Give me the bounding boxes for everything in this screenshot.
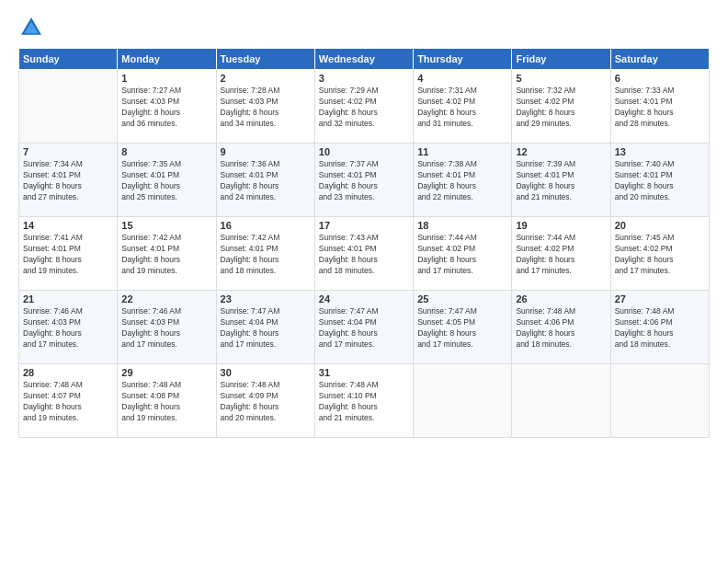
- cell-details: Sunrise: 7:28 AM Sunset: 4:03 PM Dayligh…: [221, 86, 311, 130]
- week-row-3: 14Sunrise: 7:41 AM Sunset: 4:01 PM Dayli…: [19, 217, 710, 291]
- logo: [18, 15, 50, 40]
- cell-details: Sunrise: 7:47 AM Sunset: 4:04 PM Dayligh…: [319, 306, 409, 350]
- weekday-header-tuesday: Tuesday: [216, 49, 314, 70]
- day-number: 30: [221, 367, 311, 378]
- calendar-cell: 25Sunrise: 7:47 AM Sunset: 4:05 PM Dayli…: [414, 291, 512, 364]
- cell-details: Sunrise: 7:45 AM Sunset: 4:02 PM Dayligh…: [615, 233, 705, 277]
- cell-details: Sunrise: 7:48 AM Sunset: 4:08 PM Dayligh…: [121, 380, 211, 424]
- day-number: 25: [417, 293, 507, 304]
- calendar-cell: 17Sunrise: 7:43 AM Sunset: 4:01 PM Dayli…: [314, 217, 413, 291]
- logo-icon: [18, 15, 44, 40]
- cell-details: Sunrise: 7:33 AM Sunset: 4:01 PM Dayligh…: [615, 86, 705, 130]
- calendar-cell: 20Sunrise: 7:45 AM Sunset: 4:02 PM Dayli…: [610, 217, 709, 291]
- day-number: 27: [615, 293, 705, 304]
- cell-details: Sunrise: 7:37 AM Sunset: 4:01 PM Dayligh…: [319, 159, 409, 203]
- weekday-header-wednesday: Wednesday: [314, 49, 413, 70]
- cell-details: Sunrise: 7:27 AM Sunset: 4:03 PM Dayligh…: [121, 86, 211, 130]
- day-number: 24: [319, 293, 409, 304]
- calendar-cell: [19, 70, 118, 144]
- cell-details: Sunrise: 7:43 AM Sunset: 4:01 PM Dayligh…: [319, 233, 409, 277]
- calendar-cell: 24Sunrise: 7:47 AM Sunset: 4:04 PM Dayli…: [314, 291, 413, 364]
- day-number: 14: [23, 220, 113, 231]
- day-number: 17: [319, 220, 409, 231]
- day-number: 12: [516, 146, 606, 157]
- day-number: 16: [221, 220, 311, 231]
- calendar-cell: 30Sunrise: 7:48 AM Sunset: 4:09 PM Dayli…: [216, 364, 314, 438]
- weekday-header-friday: Friday: [512, 49, 610, 70]
- cell-details: Sunrise: 7:40 AM Sunset: 4:01 PM Dayligh…: [615, 159, 705, 203]
- cell-details: Sunrise: 7:39 AM Sunset: 4:01 PM Dayligh…: [516, 159, 606, 203]
- calendar-cell: 27Sunrise: 7:48 AM Sunset: 4:06 PM Dayli…: [610, 291, 709, 364]
- day-number: 23: [221, 293, 311, 304]
- day-number: 8: [121, 146, 211, 157]
- cell-details: Sunrise: 7:44 AM Sunset: 4:02 PM Dayligh…: [417, 233, 507, 277]
- day-number: 31: [319, 367, 409, 378]
- cell-details: Sunrise: 7:34 AM Sunset: 4:01 PM Dayligh…: [23, 159, 113, 203]
- day-number: 18: [417, 220, 507, 231]
- calendar-cell: 2Sunrise: 7:28 AM Sunset: 4:03 PM Daylig…: [216, 70, 314, 144]
- cell-details: Sunrise: 7:47 AM Sunset: 4:04 PM Dayligh…: [221, 306, 311, 350]
- calendar-cell: 19Sunrise: 7:44 AM Sunset: 4:02 PM Dayli…: [512, 217, 610, 291]
- day-number: 11: [417, 146, 507, 157]
- calendar-cell: 18Sunrise: 7:44 AM Sunset: 4:02 PM Dayli…: [414, 217, 512, 291]
- cell-details: Sunrise: 7:47 AM Sunset: 4:05 PM Dayligh…: [417, 306, 507, 350]
- weekday-header-row: SundayMondayTuesdayWednesdayThursdayFrid…: [19, 49, 710, 70]
- cell-details: Sunrise: 7:42 AM Sunset: 4:01 PM Dayligh…: [121, 233, 211, 277]
- cell-details: Sunrise: 7:41 AM Sunset: 4:01 PM Dayligh…: [23, 233, 113, 277]
- day-number: 15: [121, 220, 211, 231]
- cell-details: Sunrise: 7:35 AM Sunset: 4:01 PM Dayligh…: [121, 159, 211, 203]
- calendar-cell: 1Sunrise: 7:27 AM Sunset: 4:03 PM Daylig…: [118, 70, 216, 144]
- cell-details: Sunrise: 7:32 AM Sunset: 4:02 PM Dayligh…: [516, 86, 606, 130]
- weekday-header-monday: Monday: [118, 49, 216, 70]
- day-number: 26: [516, 293, 606, 304]
- header: [18, 15, 710, 40]
- calendar-cell: 8Sunrise: 7:35 AM Sunset: 4:01 PM Daylig…: [118, 144, 216, 217]
- calendar-cell: 16Sunrise: 7:42 AM Sunset: 4:01 PM Dayli…: [216, 217, 314, 291]
- day-number: 2: [221, 73, 311, 84]
- weekday-header-thursday: Thursday: [414, 49, 512, 70]
- day-number: 22: [121, 293, 211, 304]
- calendar-cell: 12Sunrise: 7:39 AM Sunset: 4:01 PM Dayli…: [512, 144, 610, 217]
- cell-details: Sunrise: 7:44 AM Sunset: 4:02 PM Dayligh…: [516, 233, 606, 277]
- calendar-cell: [610, 364, 709, 438]
- day-number: 7: [23, 146, 113, 157]
- calendar: SundayMondayTuesdayWednesdayThursdayFrid…: [18, 48, 710, 438]
- calendar-cell: 9Sunrise: 7:36 AM Sunset: 4:01 PM Daylig…: [216, 144, 314, 217]
- cell-details: Sunrise: 7:31 AM Sunset: 4:02 PM Dayligh…: [417, 86, 507, 130]
- cell-details: Sunrise: 7:29 AM Sunset: 4:02 PM Dayligh…: [319, 86, 409, 130]
- calendar-cell: 21Sunrise: 7:46 AM Sunset: 4:03 PM Dayli…: [19, 291, 118, 364]
- cell-details: Sunrise: 7:46 AM Sunset: 4:03 PM Dayligh…: [121, 306, 211, 350]
- cell-details: Sunrise: 7:48 AM Sunset: 4:10 PM Dayligh…: [319, 380, 409, 424]
- day-number: 29: [121, 367, 211, 378]
- cell-details: Sunrise: 7:38 AM Sunset: 4:01 PM Dayligh…: [417, 159, 507, 203]
- calendar-cell: 23Sunrise: 7:47 AM Sunset: 4:04 PM Dayli…: [216, 291, 314, 364]
- calendar-cell: 10Sunrise: 7:37 AM Sunset: 4:01 PM Dayli…: [314, 144, 413, 217]
- calendar-cell: 13Sunrise: 7:40 AM Sunset: 4:01 PM Dayli…: [610, 144, 709, 217]
- calendar-cell: [512, 364, 610, 438]
- day-number: 20: [615, 220, 705, 231]
- day-number: 28: [23, 367, 113, 378]
- day-number: 5: [516, 73, 606, 84]
- calendar-cell: 6Sunrise: 7:33 AM Sunset: 4:01 PM Daylig…: [610, 70, 709, 144]
- calendar-cell: 31Sunrise: 7:48 AM Sunset: 4:10 PM Dayli…: [314, 364, 413, 438]
- calendar-cell: 7Sunrise: 7:34 AM Sunset: 4:01 PM Daylig…: [19, 144, 118, 217]
- day-number: 21: [23, 293, 113, 304]
- cell-details: Sunrise: 7:48 AM Sunset: 4:06 PM Dayligh…: [615, 306, 705, 350]
- weekday-header-saturday: Saturday: [610, 49, 709, 70]
- week-row-1: 1Sunrise: 7:27 AM Sunset: 4:03 PM Daylig…: [19, 70, 710, 144]
- day-number: 9: [221, 146, 311, 157]
- day-number: 10: [319, 146, 409, 157]
- cell-details: Sunrise: 7:42 AM Sunset: 4:01 PM Dayligh…: [221, 233, 311, 277]
- calendar-cell: 11Sunrise: 7:38 AM Sunset: 4:01 PM Dayli…: [414, 144, 512, 217]
- calendar-cell: 15Sunrise: 7:42 AM Sunset: 4:01 PM Dayli…: [118, 217, 216, 291]
- day-number: 3: [319, 73, 409, 84]
- day-number: 13: [615, 146, 705, 157]
- day-number: 6: [615, 73, 705, 84]
- calendar-cell: 5Sunrise: 7:32 AM Sunset: 4:02 PM Daylig…: [512, 70, 610, 144]
- weekday-header-sunday: Sunday: [19, 49, 118, 70]
- cell-details: Sunrise: 7:48 AM Sunset: 4:07 PM Dayligh…: [23, 380, 113, 424]
- week-row-2: 7Sunrise: 7:34 AM Sunset: 4:01 PM Daylig…: [19, 144, 710, 217]
- page: SundayMondayTuesdayWednesdayThursdayFrid…: [0, 0, 728, 563]
- cell-details: Sunrise: 7:48 AM Sunset: 4:06 PM Dayligh…: [516, 306, 606, 350]
- day-number: 4: [417, 73, 507, 84]
